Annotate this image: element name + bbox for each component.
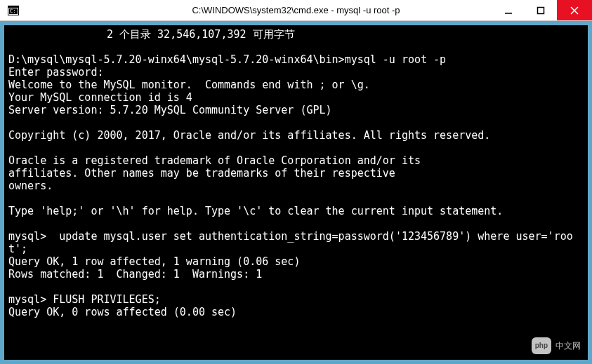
window-controls xyxy=(492,0,592,20)
terminal-output-help: Type 'help;' or '\h' for help. Type '\c'… xyxy=(8,205,503,217)
svg-rect-5 xyxy=(538,7,544,13)
maximize-button[interactable] xyxy=(525,0,557,20)
terminal-output-trademark: Oracle is a registered trademark of Orac… xyxy=(8,154,421,192)
terminal-output-flush-query: mysql> FLUSH PRIVILEGES; Query OK, 0 row… xyxy=(8,293,237,318)
terminal[interactable]: 2 个目录 32,546,107,392 可用字节 D:\mysql\mysql… xyxy=(4,25,588,360)
svg-text:C:: C: xyxy=(10,8,15,14)
terminal-output-copyright: Copyright (c) 2000, 2017, Oracle and/or … xyxy=(8,129,490,142)
watermark: php 中文网 xyxy=(532,337,581,354)
dir-summary-line: 2 个目录 32,546,107,392 可用字节 xyxy=(8,28,584,41)
terminal-frame: 2 个目录 32,546,107,392 可用字节 D:\mysql\mysql… xyxy=(0,21,592,364)
system-icon[interactable]: C: xyxy=(6,3,21,18)
terminal-output-login: D:\mysql\mysql-5.7.20-winx64\mysql-5.7.2… xyxy=(8,53,446,116)
terminal-output-update-query: mysql> update mysql.user set authenticat… xyxy=(8,230,573,281)
watermark-badge: php xyxy=(532,337,551,354)
watermark-text: 中文网 xyxy=(555,339,581,352)
minimize-button[interactable] xyxy=(492,0,525,20)
close-button[interactable] xyxy=(557,0,592,20)
title-bar: C: C:\WINDOWS\system32\cmd.exe - mysql -… xyxy=(0,0,592,21)
